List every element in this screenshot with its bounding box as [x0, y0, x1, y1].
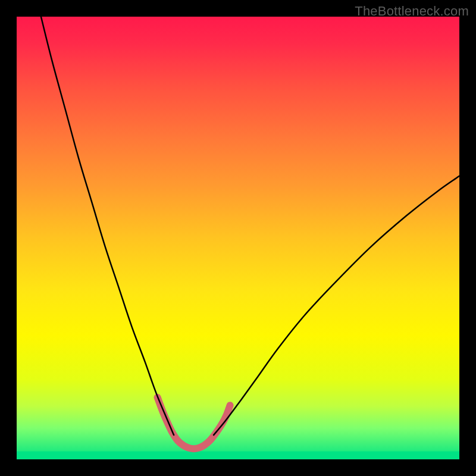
chart-frame: TheBottleneck.com — [0, 0, 476, 476]
chart-background — [17, 17, 459, 459]
chart-floor-band — [17, 452, 459, 459]
bottleneck-chart — [17, 17, 459, 459]
